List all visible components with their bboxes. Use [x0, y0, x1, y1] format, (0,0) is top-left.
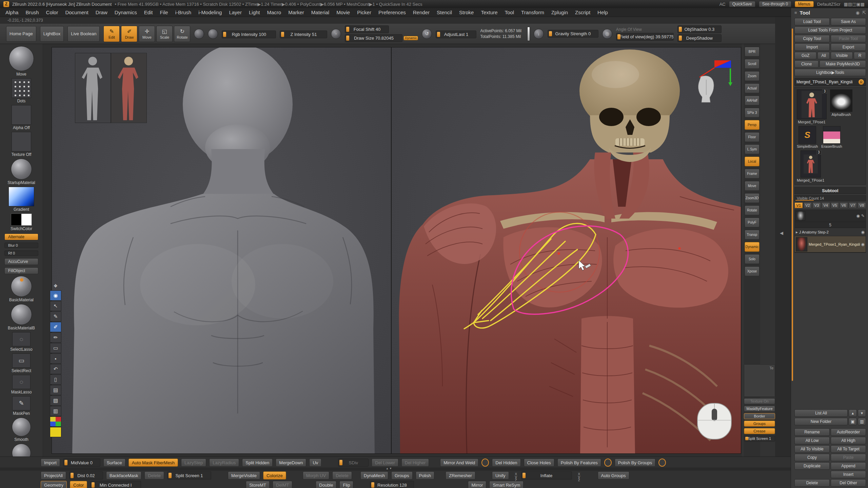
alpha-preview-icon[interactable] — [208, 29, 218, 39]
dynamic-toggle[interactable]: Dynamic — [745, 242, 760, 252]
dynamesh-groups-toggle[interactable]: Groups — [391, 471, 413, 480]
copy-icon[interactable]: ▥ — [50, 406, 61, 416]
visibility-eye-icon[interactable]: ◉ — [861, 230, 865, 235]
move-mode-button[interactable]: ✛Move — [139, 26, 155, 42]
border-toggle[interactable]: Border — [744, 413, 775, 419]
menu-item[interactable]: Preferences — [378, 9, 406, 15]
menu-item[interactable]: Light — [249, 9, 260, 15]
crease-toggle[interactable]: Crease — [744, 428, 775, 434]
polish-groups-toggle[interactable] — [658, 459, 666, 467]
location-pin-icon[interactable]: ⌖ — [50, 281, 61, 290]
menu-item[interactable]: File — [160, 9, 168, 15]
double-toggle[interactable]: Double — [316, 481, 336, 488]
seethrough-slider[interactable]: See-through 0 — [759, 1, 791, 7]
trash-icon[interactable]: ▯ — [50, 374, 61, 385]
list-all-button[interactable]: List All — [794, 409, 848, 417]
mask-pen[interactable]: MaskPen — [12, 396, 31, 416]
menu-item[interactable]: Alpha — [5, 9, 18, 15]
morph-uv-button[interactable]: Morph UV — [303, 471, 330, 480]
subtool-tab[interactable]: V5 — [831, 202, 839, 208]
smart-resym-button[interactable]: Smart ReSym — [489, 481, 524, 488]
subtool-tab[interactable]: V3 — [812, 202, 821, 208]
mask-by-feature-button[interactable]: MaskByFeature — [744, 406, 775, 412]
mergevisible-button[interactable]: MergeVisible — [228, 471, 260, 480]
delete-uv-button[interactable]: Delete — [332, 471, 352, 480]
delete-button[interactable]: Delete — [794, 479, 830, 487]
rotate-button[interactable]: Rotate — [745, 205, 760, 215]
stroke-preview-icon[interactable] — [194, 29, 204, 39]
accucurve-button[interactable]: AccuCurve — [4, 258, 38, 265]
menu-item[interactable]: Draw — [96, 9, 107, 15]
all-to-target-button[interactable]: All To Target — [831, 445, 866, 453]
polyf-toggle[interactable]: PolyF — [745, 218, 760, 227]
zoom3d-button[interactable]: Zoom3D — [745, 193, 760, 203]
subtool-tab[interactable]: V6 — [840, 202, 848, 208]
solo-toggle[interactable]: Solo — [745, 254, 760, 264]
texture-on-toggle[interactable]: Texture On — [744, 398, 775, 404]
menu-item[interactable]: Texture — [481, 9, 497, 15]
home-page-button[interactable]: Home Page — [6, 26, 36, 42]
stroke-dots[interactable]: Dots — [12, 78, 31, 103]
polish-by-groups-slider[interactable]: Polish By Groups — [615, 459, 655, 467]
paste-subtool-button[interactable]: Paste — [831, 454, 866, 461]
palette-pin-icon[interactable]: ◉ — [856, 10, 860, 15]
menu-item[interactable]: Zplugin — [551, 9, 568, 15]
pencil-icon[interactable]: ✏ — [50, 332, 61, 343]
floor-toggle[interactable]: Floor — [745, 132, 760, 142]
surface-button[interactable]: Surface — [103, 459, 125, 467]
panel-collapse-arrow[interactable]: ◀ — [780, 230, 783, 236]
gray-model-thumbnail[interactable] — [75, 53, 111, 123]
auto-groups-button[interactable]: Auto Groups — [598, 471, 629, 480]
edit-mode-button[interactable]: ✎Edit — [103, 26, 120, 42]
pen-icon[interactable]: ✎ — [50, 311, 61, 322]
midvalue-slider[interactable]: MidValue 0 — [63, 459, 100, 467]
local-toggle[interactable]: Local — [745, 157, 760, 166]
undo-icon[interactable]: ↶ — [50, 364, 61, 374]
menus-button[interactable]: Menus — [795, 1, 814, 7]
backfacemask-button[interactable]: BackfaceMask — [106, 471, 142, 480]
texture-preview-panel[interactable]: Te — [744, 364, 775, 397]
folder-arrow-icon[interactable]: ▸ — [796, 230, 798, 235]
append-button[interactable]: Append — [831, 462, 866, 470]
goz-visible-button[interactable]: Visible — [831, 52, 853, 59]
divider-handle[interactable]: ▲ ▼ — [386, 467, 392, 470]
weld-toggle[interactable] — [481, 459, 489, 467]
frame-button[interactable]: Frame — [745, 169, 760, 179]
replay-icon[interactable]: ↺ — [422, 29, 432, 39]
palette-expand-icon[interactable]: ⇱ — [862, 10, 866, 15]
subtool-tab[interactable]: V8 — [857, 202, 866, 208]
folder-collapse-button[interactable]: ▣ — [849, 418, 857, 425]
dist-slider[interactable]: Dist 0.02 — [69, 471, 103, 480]
z-intensity-slider[interactable]: Z Intensity 51 — [280, 30, 327, 38]
simplebrush-thumbnail[interactable]: S — [798, 126, 816, 144]
switch-color[interactable]: SwitchColor — [11, 214, 32, 231]
basic-material-b[interactable]: BasicMaterialB — [8, 304, 35, 330]
divider-bar-icon[interactable]: ▤ — [848, 2, 852, 7]
bpr-button[interactable]: BPR — [745, 47, 760, 57]
make-polymesh3d-button[interactable]: Make PolyMesh3D — [820, 60, 866, 68]
subtool-down-button[interactable]: ▾ — [858, 409, 866, 417]
focal-shift-slider[interactable]: Focal Shift 40 — [345, 25, 389, 33]
spix-slider[interactable]: SPix 3 — [745, 108, 760, 118]
menu-item[interactable]: Help — [597, 9, 608, 15]
all-high-button[interactable]: All High — [831, 437, 866, 444]
projectall-button[interactable]: ProjectAll — [41, 471, 66, 480]
draw-mode-button[interactable]: ✐Draw — [121, 26, 137, 42]
menu-item[interactable]: Picker — [357, 9, 371, 15]
marker-icon[interactable]: ✐ — [50, 322, 61, 332]
folder-options-button[interactable]: ▥ — [858, 418, 866, 425]
goz-r-button[interactable]: R — [854, 52, 866, 59]
right-viewport[interactable] — [392, 47, 741, 453]
config-icon[interactable]: ▩ — [861, 2, 865, 7]
gradient-color-picker[interactable]: Gradient — [8, 187, 34, 212]
rf-slider[interactable]: Rf 0 — [4, 250, 38, 256]
subtool-header[interactable]: Subtool — [794, 187, 866, 194]
subtool-selected-row[interactable]: Merged_TPose1_Ryan_Kingslie ◉ — [795, 236, 866, 252]
current-tool-thumbnail[interactable]: 3 — [797, 89, 827, 119]
geometry-tab[interactable]: Geometry — [41, 481, 67, 488]
insert-button[interactable]: Insert — [831, 471, 866, 478]
rgb-intensity-slider[interactable]: Rgb Intensity 100 — [222, 30, 276, 38]
menu-item[interactable]: Zscript — [575, 9, 590, 15]
duplicate-button[interactable]: Duplicate — [794, 462, 830, 470]
uv-button[interactable]: Uv — [309, 459, 321, 467]
